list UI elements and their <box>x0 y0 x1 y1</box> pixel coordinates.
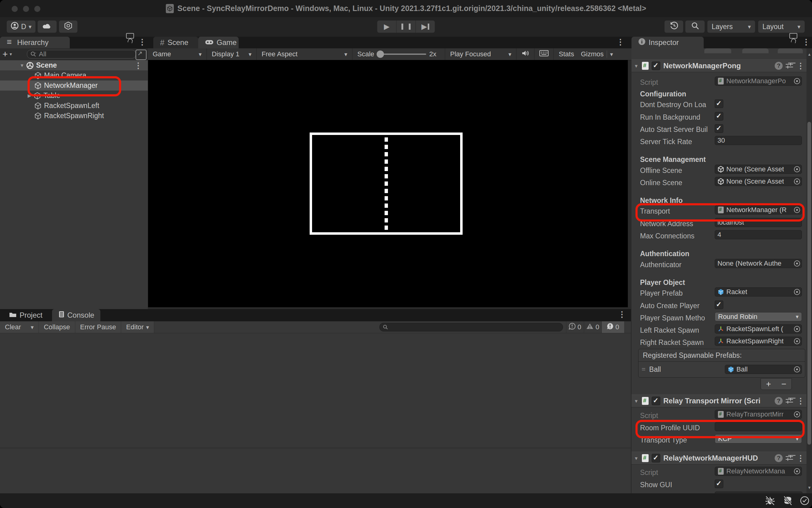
info-count-toggle[interactable]: 0 <box>566 321 584 333</box>
scene-menu-icon[interactable] <box>134 61 142 70</box>
transport-type-dropdown[interactable]: KCP <box>715 434 802 443</box>
script-object-field[interactable]: RelayNetworkMana <box>715 467 802 476</box>
scroll-down-icon[interactable]: ▼ <box>807 485 811 490</box>
network-address-input[interactable]: localhost <box>715 218 802 227</box>
undo-history-button[interactable] <box>665 20 683 33</box>
vsync-keyboard-button[interactable] <box>535 50 553 58</box>
script-object-field[interactable]: RelayTransportMirr <box>715 410 802 419</box>
object-picker-icon[interactable] <box>794 289 800 295</box>
cloud-services-button[interactable] <box>38 20 57 33</box>
clear-button[interactable]: Clear <box>0 321 26 333</box>
script-object-field[interactable]: NetworkManagerPo <box>715 77 802 86</box>
game-viewport[interactable] <box>148 60 628 307</box>
hierarchy-row[interactable]: RacketSpawnLeft <box>0 101 148 111</box>
console-menu-icon[interactable] <box>618 310 626 318</box>
layers-dropdown[interactable]: Layers <box>707 20 755 33</box>
presets-icon[interactable] <box>786 455 794 462</box>
spawnable-prefab-row[interactable]: = Ball Ball <box>638 362 805 377</box>
auto-create-player-checkbox[interactable] <box>715 300 723 309</box>
object-picker-icon[interactable] <box>794 260 800 266</box>
object-picker-icon[interactable] <box>794 326 800 332</box>
stats-toggle[interactable]: Stats <box>554 50 579 58</box>
offline-scene-field[interactable]: None (Scene Asset <box>715 165 802 174</box>
foldout-triangle-icon[interactable]: ▼ <box>634 456 639 461</box>
player-spawn-method-dropdown[interactable]: Round Robin <box>715 312 802 321</box>
left-racket-spawn-field[interactable]: RacketSpawnLeft ( <box>715 324 802 334</box>
scroll-up-icon[interactable]: ▲ <box>807 52 811 57</box>
hierarchy-row-scene[interactable]: ▼ Scene <box>0 60 148 70</box>
pause-button[interactable] <box>397 20 415 33</box>
component-menu-icon[interactable] <box>797 454 805 462</box>
open-new-window-icon[interactable] <box>136 50 146 60</box>
right-racket-spawn-field[interactable]: RacketSpawnRight <box>715 337 802 346</box>
tab-inspector[interactable]: Inspector <box>631 37 704 48</box>
hierarchy-row[interactable]: ▶ Table <box>0 91 148 101</box>
component-menu-icon[interactable] <box>797 397 805 405</box>
error-count-toggle[interactable]: 0 <box>601 321 624 333</box>
hierarchy-search-input[interactable]: All <box>27 50 136 58</box>
max-connections-input[interactable]: 4 <box>715 230 802 239</box>
player-prefab-field[interactable]: Racket <box>715 287 802 297</box>
foldout-triangle-icon[interactable]: ▼ <box>634 398 639 404</box>
hierarchy-menu-icon[interactable] <box>138 38 146 46</box>
create-object-button[interactable] <box>2 49 19 59</box>
scrollbar-thumb[interactable] <box>807 122 811 444</box>
warning-count-toggle[interactable]: 0 <box>584 321 601 333</box>
authenticator-field[interactable]: None (Network Authe <box>715 259 802 268</box>
clear-dropdown[interactable] <box>26 321 39 333</box>
help-icon[interactable]: ? <box>775 397 783 405</box>
layout-dropdown[interactable]: Layout <box>758 20 805 33</box>
presets-icon[interactable] <box>786 62 794 69</box>
collapse-triangle-icon[interactable]: ▼ <box>19 63 25 68</box>
add-prefab-button[interactable]: + <box>761 379 776 390</box>
presets-icon[interactable] <box>786 397 794 404</box>
object-picker-icon[interactable] <box>794 178 800 184</box>
collapse-button[interactable]: Collapse <box>39 321 75 333</box>
play-button[interactable] <box>377 20 396 33</box>
foldout-triangle-icon[interactable]: ▼ <box>634 64 639 69</box>
spawnable-item-field[interactable]: Ball <box>725 365 802 374</box>
game-view-menu-icon[interactable] <box>617 38 625 46</box>
transport-field[interactable]: NetworkManager (R <box>715 205 802 215</box>
search-button[interactable] <box>685 20 705 33</box>
server-tick-rate-input[interactable]: 30 <box>715 136 802 145</box>
play-focused-dropdown[interactable]: Play Focused <box>445 50 516 58</box>
object-picker-icon[interactable] <box>794 411 800 417</box>
inspector-menu-icon[interactable] <box>802 38 810 46</box>
online-scene-field[interactable]: None (Scene Asset <box>715 177 802 186</box>
error-pause-button[interactable]: Error Pause <box>75 321 121 333</box>
remove-prefab-button[interactable]: − <box>776 379 792 390</box>
tab-project[interactable]: Project <box>2 309 51 321</box>
debugger-detached-icon[interactable] <box>765 496 775 506</box>
tab-hierarchy[interactable]: Hierarchy <box>0 37 70 48</box>
object-picker-icon[interactable] <box>794 338 800 344</box>
hierarchy-row-selected[interactable]: NetworkManager <box>0 81 148 91</box>
dont-destroy-checkbox[interactable] <box>715 99 723 108</box>
room-profile-uuid-input[interactable] <box>715 422 802 431</box>
editor-dropdown[interactable]: Editor <box>121 321 154 333</box>
expand-triangle-icon[interactable]: ▶ <box>26 93 33 98</box>
tab-console[interactable]: Console <box>52 309 100 321</box>
object-picker-icon[interactable] <box>794 78 800 84</box>
object-picker-icon[interactable] <box>794 166 800 172</box>
ok-check-circle-icon[interactable] <box>800 496 810 506</box>
component-header-relay-transport[interactable]: ▼ Relay Transport Mirror (Scri ? <box>631 394 807 407</box>
console-splitter[interactable] <box>0 448 631 448</box>
component-enabled-checkbox[interactable] <box>652 396 660 405</box>
run-in-background-checkbox[interactable] <box>715 112 723 121</box>
auto-start-checkbox[interactable] <box>715 124 723 133</box>
component-menu-icon[interactable] <box>797 62 805 70</box>
component-enabled-checkbox[interactable] <box>652 61 660 70</box>
help-icon[interactable]: ? <box>775 62 783 70</box>
drag-handle-icon[interactable]: = <box>642 366 645 373</box>
help-icon[interactable]: ? <box>775 454 783 462</box>
game-target-dropdown[interactable]: Game <box>148 50 207 58</box>
show-gui-checkbox[interactable] <box>715 479 723 488</box>
display-dropdown[interactable]: Display 1 <box>207 50 256 58</box>
mute-audio-button[interactable] <box>516 50 534 59</box>
tab-scene[interactable]: # Scene <box>153 37 198 48</box>
scale-slider-knob[interactable] <box>377 50 384 58</box>
component-header-networkmanagerpong[interactable]: ▼ NetworkManagerPong ? <box>631 59 807 72</box>
component-header-relay-hud[interactable]: ▼ RelayNetworkManagerHUD ? <box>631 452 807 465</box>
object-picker-icon[interactable] <box>794 207 800 213</box>
